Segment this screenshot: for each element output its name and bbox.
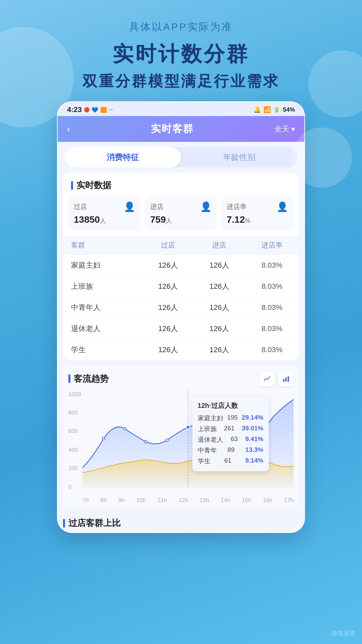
cell-name: 退休老人 bbox=[63, 318, 142, 339]
svg-point-12 bbox=[144, 440, 147, 443]
pass-value: 13850 bbox=[74, 214, 100, 225]
tooltip-row: 学生619.14% bbox=[198, 456, 263, 467]
x-label: 15h bbox=[242, 497, 251, 504]
tab-age[interactable]: 年龄性别 bbox=[181, 147, 298, 167]
cell-rate: 8.03% bbox=[245, 255, 299, 276]
svg-point-14 bbox=[186, 426, 190, 429]
enter-value: 759 bbox=[150, 214, 166, 225]
svg-point-11 bbox=[123, 427, 126, 430]
bottom-section: 过店客群上比 bbox=[63, 512, 299, 532]
nav-title: 实时客群 bbox=[151, 122, 194, 136]
rate-icon: 👤 bbox=[277, 201, 288, 212]
chart-btn-bar[interactable] bbox=[278, 371, 294, 386]
cell-pass: 126人 bbox=[142, 297, 194, 318]
cell-name: 中青年人 bbox=[63, 297, 142, 318]
cell-pass: 126人 bbox=[142, 318, 194, 339]
pass-icon: 👤 bbox=[124, 201, 135, 212]
cell-enter: 126人 bbox=[194, 297, 245, 318]
cell-name: 家庭主妇 bbox=[63, 255, 142, 276]
table-row: 学生 126人 126人 8.03% bbox=[63, 339, 299, 361]
customer-table: 客群 过店 进店 进店率 家庭主妇 126人 126人 8.03% 上班族 12… bbox=[63, 236, 299, 360]
tab-bar: 消费特征 年龄性别 bbox=[58, 142, 304, 173]
col-header-rate: 进店率 bbox=[245, 236, 299, 255]
x-label: 16h bbox=[263, 497, 273, 504]
tooltip-title: 12h·过店人数 bbox=[198, 401, 263, 410]
wifi-icon: 📶 bbox=[263, 106, 271, 113]
cell-name: 学生 bbox=[63, 339, 142, 361]
svg-rect-1 bbox=[285, 377, 287, 382]
x-label: 7h bbox=[82, 497, 89, 504]
tab-container: 消费特征 年龄性别 bbox=[64, 147, 298, 167]
chart-header: 客流趋势 bbox=[68, 371, 294, 386]
cell-pass: 126人 bbox=[142, 339, 194, 361]
svg-point-13 bbox=[166, 439, 168, 441]
table-row: 退休老人 126人 126人 8.03% bbox=[63, 318, 299, 339]
cell-rate: 8.03% bbox=[245, 339, 299, 361]
back-button[interactable]: ‹ bbox=[67, 124, 70, 135]
chart-btn-line[interactable] bbox=[259, 371, 275, 386]
chart-section: 客流趋势 1000 800 600 400 200 0 bbox=[63, 366, 299, 509]
tooltip-row: 家庭主妇19529.14% bbox=[198, 413, 263, 424]
battery-icon: 🔋 bbox=[274, 107, 280, 113]
svg-rect-2 bbox=[288, 376, 289, 382]
x-label: 17h bbox=[284, 497, 293, 504]
table-row: 家庭主妇 126人 126人 8.03% bbox=[63, 255, 299, 276]
chart-bar bbox=[68, 374, 70, 383]
chart-y-labels: 1000 800 600 400 200 0 bbox=[68, 390, 81, 490]
realtime-section: 实时数据 过店 👤 13850人 进店 👤 759人 bbox=[63, 173, 299, 360]
bottom-title: 过店客群上比 bbox=[68, 517, 121, 529]
rate-label: 进店率 bbox=[227, 202, 247, 211]
cell-pass: 126人 bbox=[142, 276, 194, 297]
section-bar bbox=[71, 181, 73, 190]
tooltip-row: 中青年8913.3% bbox=[198, 445, 263, 456]
chart-title: 客流趋势 bbox=[74, 373, 109, 385]
tooltip-row: 退休老人639.41% bbox=[198, 434, 263, 445]
cell-enter: 126人 bbox=[194, 255, 245, 276]
bg-decoration-3 bbox=[292, 127, 352, 188]
tooltip-row: 上班族26139.01% bbox=[198, 424, 263, 434]
chart-buttons bbox=[259, 371, 294, 386]
cell-name: 上班族 bbox=[63, 276, 142, 297]
watermark: 游筏贸谱 bbox=[331, 629, 355, 637]
status-bar: 4:23 🔴 💙 🟧 ··· 🔔 📶 🔋 54% bbox=[58, 102, 304, 116]
col-header-pass: 过店 bbox=[142, 236, 194, 255]
nav-bar: ‹ 实时客群 全天 ▾ bbox=[58, 116, 304, 142]
x-label: 11h bbox=[158, 497, 167, 504]
svg-point-10 bbox=[102, 437, 105, 440]
cell-rate: 8.03% bbox=[245, 297, 299, 318]
phone-frame: 4:23 🔴 💙 🟧 ··· 🔔 📶 🔋 54% ‹ 实时客群 全天 ▾ 消费特… bbox=[57, 101, 305, 533]
stat-card-enter: 进店 👤 759人 bbox=[145, 197, 217, 230]
stats-row: 过店 👤 13850人 进店 👤 759人 进店率 👤 bbox=[63, 195, 299, 236]
realtime-title: 实时数据 bbox=[76, 179, 111, 191]
cell-rate: 8.03% bbox=[245, 276, 299, 297]
tab-consume[interactable]: 消费特征 bbox=[64, 147, 181, 167]
svg-rect-0 bbox=[283, 379, 284, 382]
table-row: 中青年人 126人 126人 8.03% bbox=[63, 297, 299, 318]
stat-card-pass: 过店 👤 13850人 bbox=[68, 197, 141, 230]
x-label: 13h bbox=[200, 497, 209, 504]
cell-rate: 8.03% bbox=[245, 318, 299, 339]
battery-level: 54% bbox=[283, 106, 295, 113]
chart-x-labels: 7h8h9h10h11h12h13h14h15h16h17h bbox=[82, 497, 294, 504]
status-icons: 🔔 📶 🔋 54% bbox=[253, 106, 295, 113]
stat-card-rate: 进店率 👤 7.12% bbox=[221, 197, 294, 230]
cell-enter: 126人 bbox=[194, 339, 245, 361]
cell-enter: 126人 bbox=[194, 318, 245, 339]
rate-value: 7.12 bbox=[227, 214, 245, 225]
col-header-enter: 进店 bbox=[194, 236, 245, 255]
chart-area: 1000 800 600 400 200 0 bbox=[68, 390, 294, 504]
enter-icon: 👤 bbox=[200, 201, 212, 212]
x-label: 8h bbox=[101, 497, 107, 504]
x-label: 14h bbox=[221, 497, 230, 504]
x-label: 9h bbox=[118, 497, 125, 504]
table-row: 上班族 126人 126人 8.03% bbox=[63, 276, 299, 297]
status-time: 4:23 🔴 💙 🟧 ··· bbox=[67, 105, 113, 114]
bell-icon: 🔔 bbox=[253, 106, 261, 113]
page-subtitle: 具体以APP实际为准 bbox=[0, 0, 362, 34]
x-label: 10h bbox=[136, 497, 146, 504]
filter-button[interactable]: 全天 ▾ bbox=[275, 124, 295, 134]
x-label: 12h bbox=[179, 497, 188, 504]
realtime-header: 实时数据 bbox=[63, 173, 299, 195]
bottom-bar bbox=[63, 519, 65, 528]
cell-enter: 126人 bbox=[194, 276, 245, 297]
